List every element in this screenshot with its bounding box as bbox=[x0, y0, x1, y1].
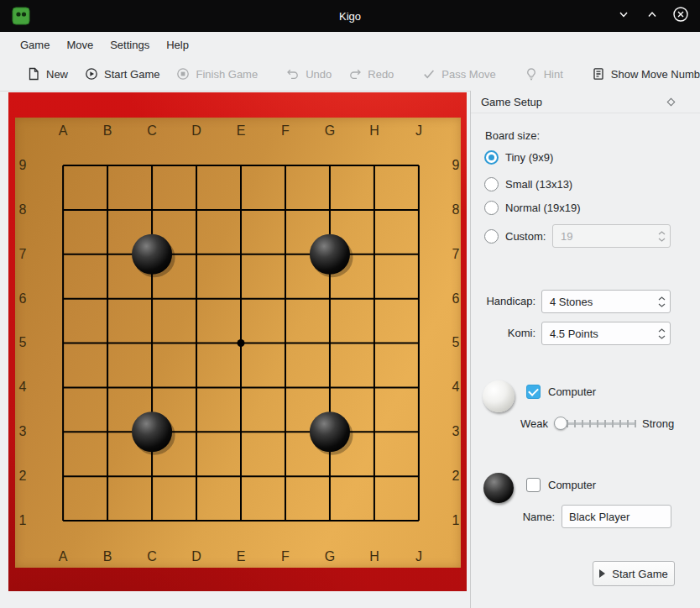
radio-indicator bbox=[484, 150, 499, 165]
weak-label: Weak bbox=[520, 417, 548, 430]
komi-spinbox[interactable]: 4.5 Points bbox=[541, 322, 671, 345]
panel-float-icon[interactable] bbox=[667, 98, 676, 107]
svg-text:E: E bbox=[237, 123, 246, 138]
svg-text:9: 9 bbox=[19, 158, 27, 172]
svg-text:D: D bbox=[191, 123, 201, 138]
name-label: Name: bbox=[471, 511, 555, 523]
radio-board-size-custom[interactable]: Custom: bbox=[484, 228, 546, 244]
svg-text:G: G bbox=[325, 123, 335, 138]
stop-circle-icon bbox=[176, 67, 190, 81]
svg-text:A: A bbox=[59, 123, 68, 138]
board-size-label: Board size: bbox=[485, 129, 540, 142]
white-computer-checkbox-row[interactable]: Computer bbox=[526, 384, 596, 399]
chevron-down-icon bbox=[618, 8, 629, 24]
toolbar-finish-game-button[interactable]: Finish Game bbox=[168, 63, 266, 85]
white-stone-icon bbox=[483, 380, 515, 412]
svg-text:5: 5 bbox=[19, 336, 27, 350]
toolbar-hint-button[interactable]: Hint bbox=[516, 63, 572, 85]
strength-slider[interactable] bbox=[554, 416, 636, 431]
go-board[interactable]: AABBCCDDEEFFGGHHJJ998877665544332211 bbox=[15, 118, 461, 568]
radio-board-size-normal[interactable]: Normal (19x19) bbox=[484, 199, 581, 216]
toolbar-redo-button[interactable]: Redo bbox=[340, 63, 402, 85]
chevron-up-icon bbox=[646, 8, 658, 24]
black-computer-checkbox-row[interactable]: Computer bbox=[526, 477, 596, 492]
svg-text:7: 7 bbox=[19, 247, 27, 261]
svg-text:A: A bbox=[59, 549, 68, 563]
go-board-grid[interactable]: AABBCCDDEEFFGGHHJJ998877665544332211 bbox=[15, 118, 461, 568]
spinbox-arrows[interactable] bbox=[658, 225, 666, 247]
menu-move[interactable]: Move bbox=[58, 35, 102, 55]
handicap-spinbox[interactable]: 4 Stones bbox=[541, 290, 671, 313]
maximize-button[interactable] bbox=[643, 7, 661, 25]
svg-text:F: F bbox=[281, 123, 290, 138]
titlebar: Kigo bbox=[0, 0, 700, 32]
radio-board-size-tiny[interactable]: Tiny (9x9) bbox=[484, 149, 553, 165]
komi-label: Komi: bbox=[471, 327, 535, 339]
go-stone-black bbox=[310, 411, 350, 452]
radio-label: Normal (19x19) bbox=[505, 202, 581, 214]
toolbar-start-game-label: Start Game bbox=[104, 68, 159, 81]
radio-board-size-small[interactable]: Small (13x13) bbox=[484, 176, 572, 192]
svg-text:H: H bbox=[369, 123, 379, 138]
checkbox-indicator bbox=[526, 385, 541, 399]
black-player-name-input[interactable] bbox=[562, 505, 671, 528]
radio-label: Small (13x13) bbox=[505, 178, 572, 191]
svg-text:2: 2 bbox=[19, 469, 27, 483]
close-button[interactable] bbox=[671, 7, 690, 25]
toolbar-new-button[interactable]: New bbox=[18, 63, 76, 85]
checkbox-indicator bbox=[526, 478, 541, 492]
svg-text:6: 6 bbox=[19, 291, 27, 306]
go-stone-black bbox=[132, 411, 172, 452]
handicap-label: Handicap: bbox=[471, 295, 535, 307]
undo-icon bbox=[286, 67, 300, 81]
slider-handle[interactable] bbox=[554, 417, 567, 430]
svg-text:2: 2 bbox=[452, 469, 460, 483]
custom-size-value: 19 bbox=[561, 230, 572, 243]
svg-text:B: B bbox=[103, 123, 112, 138]
radio-indicator bbox=[484, 229, 499, 244]
go-board-frame: AABBCCDDEEFFGGHHJJ998877665544332211 bbox=[8, 92, 467, 591]
toolbar-pass-move-button[interactable]: Pass Move bbox=[414, 63, 504, 85]
lightbulb-icon bbox=[525, 67, 538, 81]
svg-text:3: 3 bbox=[452, 424, 460, 438]
svg-text:H: H bbox=[369, 549, 379, 563]
app-icon bbox=[12, 7, 30, 25]
toolbar-redo-label: Redo bbox=[368, 68, 394, 81]
komi-value: 4.5 Points bbox=[550, 328, 598, 340]
spinbox-arrows[interactable] bbox=[658, 322, 666, 344]
custom-size-spinbox[interactable]: 19 bbox=[552, 224, 671, 248]
toolbar: New Start Game Finish Game Undo bbox=[0, 57, 700, 92]
window-title: Kigo bbox=[0, 10, 700, 23]
menu-game[interactable]: Game bbox=[12, 35, 58, 55]
toolbar-start-game-button[interactable]: Start Game bbox=[76, 63, 168, 85]
go-stone-black bbox=[132, 234, 172, 275]
svg-text:E: E bbox=[237, 549, 246, 563]
menu-settings[interactable]: Settings bbox=[102, 35, 158, 55]
strong-label: Strong bbox=[642, 417, 674, 430]
start-game-button[interactable]: Start Game bbox=[593, 561, 675, 586]
svg-text:8: 8 bbox=[452, 202, 460, 217]
menu-help[interactable]: Help bbox=[158, 35, 197, 55]
svg-text:G: G bbox=[325, 549, 335, 563]
white-strength-row: Weak Strong bbox=[520, 416, 674, 431]
svg-text:J: J bbox=[415, 123, 422, 138]
svg-text:6: 6 bbox=[452, 291, 460, 306]
spinbox-arrows[interactable] bbox=[658, 291, 666, 312]
slider-ticks bbox=[567, 420, 636, 427]
svg-text:5: 5 bbox=[452, 336, 460, 350]
toolbar-show-move-numbers-button[interactable]: Show Move Numbers bbox=[583, 63, 700, 85]
toolbar-undo-button[interactable]: Undo bbox=[278, 63, 340, 85]
checkbox-label: Computer bbox=[548, 385, 596, 398]
document-new-icon bbox=[27, 67, 40, 81]
toolbar-pass-move-label: Pass Move bbox=[441, 68, 495, 81]
toolbar-show-move-numbers-label: Show Move Numbers bbox=[611, 68, 700, 81]
toolbar-finish-game-label: Finish Game bbox=[196, 68, 258, 81]
black-stone-icon bbox=[483, 473, 514, 503]
panel-header: Game Setup bbox=[471, 91, 700, 113]
panel-title: Game Setup bbox=[481, 96, 542, 108]
minimize-button[interactable] bbox=[614, 7, 633, 25]
svg-text:D: D bbox=[191, 549, 201, 563]
radio-indicator bbox=[484, 177, 499, 191]
radio-label: Custom: bbox=[505, 230, 546, 243]
start-game-label: Start Game bbox=[612, 568, 667, 580]
